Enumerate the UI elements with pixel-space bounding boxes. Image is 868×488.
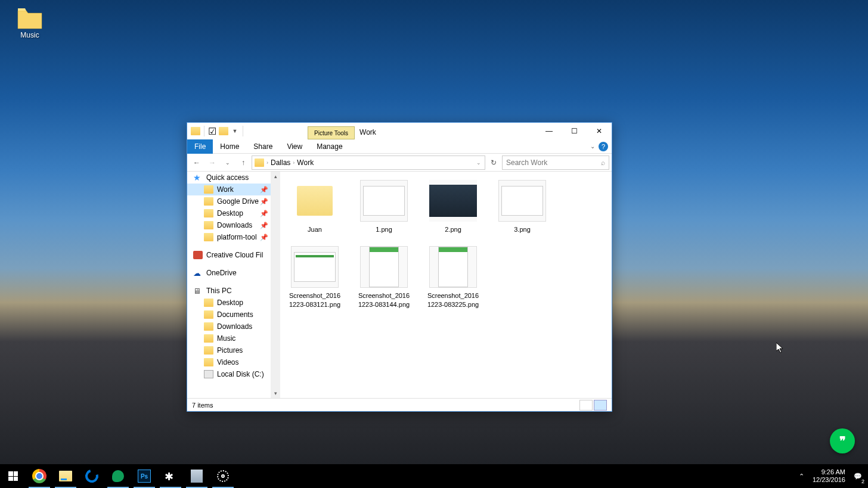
- windows-icon: [8, 471, 18, 481]
- file-item-image[interactable]: Screenshot_20161223-083225.png: [424, 244, 482, 312]
- folder-icon: [204, 322, 213, 331]
- notification-icon: 💬: [854, 473, 862, 480]
- breadcrumb[interactable]: › Dallas › Work ⌄: [252, 156, 485, 170]
- tab-home[interactable]: Home: [213, 139, 246, 154]
- file-list[interactable]: Juan 1.png 2.png 3.png Screenshot_201612…: [280, 172, 612, 398]
- photoshop-icon: Ps: [138, 470, 151, 483]
- sidebar-item-videos[interactable]: Videos: [187, 356, 271, 368]
- tray-overflow-button[interactable]: ⌃: [795, 464, 808, 488]
- file-item-folder[interactable]: Juan: [286, 178, 343, 237]
- slack-icon: ✱: [165, 470, 176, 482]
- window-icon: [191, 127, 200, 135]
- taskbar-installer[interactable]: [184, 464, 210, 488]
- context-tab-picture-tools[interactable]: Picture Tools: [308, 126, 355, 139]
- status-bar: 7 items: [187, 398, 612, 411]
- maximize-button[interactable]: ☐: [562, 123, 587, 139]
- taskbar-clock[interactable]: 9:26 AM 12/23/2016: [808, 468, 850, 484]
- folder-icon: [204, 185, 213, 194]
- qat-newfolder-icon[interactable]: [219, 127, 228, 135]
- ribbon-collapse-icon[interactable]: ⌄: [590, 143, 595, 150]
- tab-view[interactable]: View: [280, 139, 309, 154]
- folder-icon: [204, 299, 213, 307]
- action-center-button[interactable]: 💬 2: [850, 464, 866, 488]
- sidebar-item-desktop-pc[interactable]: Desktop: [187, 297, 271, 309]
- tab-file[interactable]: File: [187, 139, 213, 154]
- scroll-down-icon[interactable]: ▾: [271, 388, 280, 398]
- tab-share[interactable]: Share: [246, 139, 280, 154]
- search-icon[interactable]: ⌕: [601, 158, 605, 167]
- close-button[interactable]: ✕: [587, 123, 612, 139]
- image-thumbnail: [498, 180, 546, 222]
- folder-icon: [204, 233, 213, 241]
- taskbar-hangouts[interactable]: [105, 464, 131, 488]
- file-item-image[interactable]: Screenshot_20161223-083144.png: [355, 244, 413, 312]
- sidebar-item-work[interactable]: Work 📌: [187, 184, 271, 195]
- sidebar-item-music[interactable]: Music: [187, 332, 271, 344]
- nav-up-button[interactable]: ↑: [236, 156, 250, 170]
- chrome-icon: [32, 469, 46, 483]
- taskbar-photoshop[interactable]: Ps: [131, 464, 157, 488]
- nav-forward-button[interactable]: →: [205, 156, 219, 170]
- image-thumbnail: [429, 180, 477, 222]
- sidebar-item-downloads-pc[interactable]: Downloads: [187, 321, 271, 332]
- sidebar-item-google-drive[interactable]: Google Drive 📌: [187, 195, 271, 207]
- start-button[interactable]: [0, 464, 26, 488]
- breadcrumb-segment[interactable]: Work: [297, 158, 314, 167]
- nav-recent-dropdown[interactable]: ⌄: [221, 156, 235, 170]
- file-item-image[interactable]: 3.png: [494, 178, 551, 237]
- sidebar-item-downloads[interactable]: Downloads 📌: [187, 219, 271, 231]
- taskbar-slack[interactable]: ✱: [157, 464, 184, 488]
- folder-icon: [204, 221, 213, 229]
- view-details-button[interactable]: [579, 400, 593, 411]
- file-item-image[interactable]: 1.png: [355, 178, 413, 237]
- qat-properties-icon[interactable]: ☑: [208, 127, 216, 135]
- sidebar-scrollbar[interactable]: ▴ ▾: [271, 172, 280, 398]
- sidebar-item-platform-tool[interactable]: platform-tool 📌: [187, 231, 271, 243]
- pin-icon: 📌: [260, 186, 268, 194]
- image-thumbnail: [360, 246, 408, 288]
- nav-back-button[interactable]: ←: [190, 156, 204, 170]
- title-bar[interactable]: ☑ ▼ Picture Tools Work — ☐ ✕: [187, 123, 612, 139]
- breadcrumb-dropdown-icon[interactable]: ⌄: [476, 160, 481, 166]
- address-bar: ← → ⌄ ↑ › Dallas › Work ⌄ ↻ ⌕: [187, 154, 612, 172]
- search-input[interactable]: [506, 158, 601, 167]
- creative-cloud-icon: [193, 251, 203, 259]
- sidebar-item-pictures[interactable]: Pictures: [187, 344, 271, 356]
- desktop-icon-music[interactable]: Music: [9, 5, 51, 42]
- ribbon-tabs: File Home Share View Manage ⌄ ?: [187, 139, 612, 154]
- gear-icon: [217, 470, 229, 482]
- refresh-button[interactable]: ↻: [486, 156, 501, 170]
- file-item-image[interactable]: 2.png: [424, 178, 482, 237]
- navigation-pane: ★ Quick access Work 📌 Google Drive 📌 Des…: [187, 172, 271, 398]
- disk-icon: [204, 370, 213, 378]
- sidebar-creative-cloud[interactable]: Creative Cloud Fil: [187, 249, 271, 261]
- sidebar-item-documents[interactable]: Documents: [187, 309, 271, 321]
- minimize-button[interactable]: —: [537, 123, 562, 139]
- breadcrumb-segment[interactable]: Dallas: [271, 158, 290, 167]
- sidebar-this-pc[interactable]: 🖥 This PC: [187, 285, 271, 297]
- hangouts-fab[interactable]: ❞: [830, 428, 855, 453]
- file-item-image[interactable]: Screenshot_20161223-083121.png: [286, 244, 343, 312]
- pin-icon: 📌: [260, 234, 268, 241]
- star-icon: ★: [193, 173, 203, 182]
- qat-dropdown-icon[interactable]: ▼: [231, 127, 239, 135]
- sidebar-item-desktop[interactable]: Desktop 📌: [187, 207, 271, 219]
- tab-manage[interactable]: Manage: [309, 139, 349, 154]
- view-thumbnails-button[interactable]: [594, 400, 607, 411]
- pin-icon: 📌: [260, 222, 268, 229]
- taskbar-settings[interactable]: [210, 464, 236, 488]
- taskbar: Ps ✱ ⌃ 9:26 AM 12/23/2016 💬 2: [0, 464, 868, 488]
- search-box[interactable]: ⌕: [502, 156, 609, 170]
- installer-icon: [191, 470, 203, 483]
- taskbar-file-explorer[interactable]: [52, 464, 79, 488]
- scroll-up-icon[interactable]: ▴: [271, 172, 280, 181]
- sidebar-quick-access[interactable]: ★ Quick access: [187, 172, 271, 184]
- sidebar-item-local-disk[interactable]: Local Disk (C:): [187, 368, 271, 380]
- folder-icon: [204, 209, 213, 217]
- folder-icon: [204, 346, 213, 355]
- sidebar-onedrive[interactable]: ☁ OneDrive: [187, 267, 271, 279]
- taskbar-chrome[interactable]: [26, 464, 52, 488]
- taskbar-edge[interactable]: [79, 464, 105, 488]
- help-icon[interactable]: ?: [599, 142, 608, 151]
- folder-icon: [204, 334, 213, 343]
